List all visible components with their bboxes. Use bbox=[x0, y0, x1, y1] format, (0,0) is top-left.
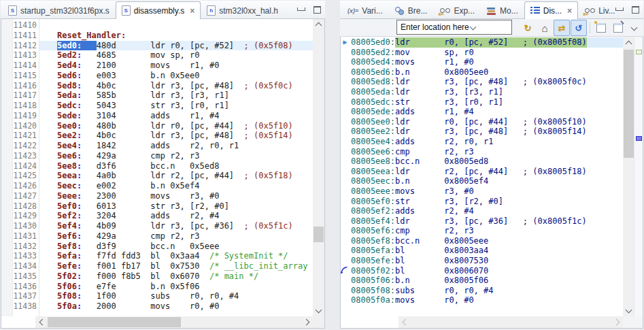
disasm-row[interactable]: 08005f0a:movsr0, #0 bbox=[341, 295, 623, 306]
scroll-up-button[interactable] bbox=[623, 37, 634, 48]
asm-line[interactable]: 114265eec:e002b.n 0x5ef4 bbox=[1, 181, 313, 191]
asm-line[interactable]: 114235ee6:429acmp r2, r3 bbox=[1, 151, 313, 161]
disasm-gutter[interactable] bbox=[341, 276, 351, 286]
disasm-gutter[interactable] bbox=[341, 197, 351, 207]
asm-line[interactable]: 114345efe:f001 fb17bl 0x7530/* __libc_in… bbox=[1, 261, 313, 271]
scroll-left-button[interactable] bbox=[35, 316, 47, 328]
line-number[interactable]: 11422 bbox=[12, 141, 37, 151]
disasm-row[interactable]: 08005f06:b.n0x8005f06 bbox=[341, 276, 623, 286]
asm-line[interactable]: 114305ef4:4b09ldr r3, [pc, #36]; (0x5f1c… bbox=[1, 221, 313, 231]
line-number[interactable]: 11432 bbox=[12, 242, 37, 252]
tab-startup-asm[interactable]: S startup_stm32l031f6px.s bbox=[2, 2, 116, 18]
disasm-row[interactable]: 08005f08:subsr0, r0, #4 bbox=[341, 286, 623, 296]
pin-view-button[interactable] bbox=[610, 20, 626, 36]
disasm-row[interactable]: 08005eea:ldrr2, [pc, #44]; (0x8005f18) bbox=[341, 167, 623, 177]
asm-line[interactable]: 114125ed0:480dldr r0, [pc, #52]; (0x5f08… bbox=[1, 41, 313, 51]
horizontal-scrollbar[interactable] bbox=[399, 316, 623, 328]
current-ip-marker[interactable] bbox=[636, 50, 642, 54]
disasm-gutter[interactable] bbox=[341, 236, 351, 246]
disasm-row[interactable]: 08005ef8:bcc.n0x8005eee bbox=[341, 236, 623, 246]
disasm-row[interactable]: 08005ed6:b.n0x8005ee0 bbox=[341, 67, 623, 78]
disasm-row[interactable]: 08005ede:addsr1, #4 bbox=[341, 107, 623, 117]
asm-line[interactable]: 114315ef6:429acmp r2, r3 bbox=[1, 231, 313, 242]
close-icon[interactable]: × bbox=[567, 6, 572, 16]
asm-line[interactable]: 114215ee2:4b0cldr r3, [pc, #48]; (0x5f14… bbox=[1, 131, 313, 141]
asm-line[interactable]: 114355f02:f000 f8b5bl 0x6070/* main */ bbox=[1, 271, 313, 282]
scroll-left-button[interactable] bbox=[399, 316, 410, 328]
line-number[interactable]: 11415 bbox=[12, 71, 37, 81]
disasm-row[interactable]: 08005ef0:strr3, [r2, #0] bbox=[341, 197, 623, 207]
line-number[interactable]: 11423 bbox=[12, 151, 37, 161]
line-number[interactable]: 11412 bbox=[12, 41, 37, 51]
disasm-gutter[interactable] bbox=[341, 107, 351, 117]
disasm-gutter[interactable] bbox=[341, 295, 351, 306]
scroll-down-button[interactable] bbox=[623, 305, 634, 316]
follow-execution-button[interactable]: ⇄ bbox=[554, 20, 570, 36]
line-number[interactable]: 11411 bbox=[12, 31, 37, 41]
asm-line[interactable]: 114245ee8:d3f6bcc.n 0x5ed8 bbox=[1, 161, 313, 171]
disasm-row[interactable]: 08005eda:ldrr3, [r3, r1] bbox=[341, 87, 623, 97]
vertical-scrollbar[interactable] bbox=[623, 37, 634, 316]
minimize-icon[interactable] bbox=[615, 7, 624, 11]
tab-expressions[interactable]: x= Exp... bbox=[433, 2, 481, 18]
sync-context-button[interactable]: ↺ bbox=[571, 20, 587, 36]
disasm-row[interactable]: 08005ed2:movsp, r0 bbox=[341, 48, 623, 58]
view-menu-button[interactable] bbox=[627, 20, 641, 36]
asm-line[interactable]: 11411Reset_Handler: bbox=[1, 31, 313, 41]
disasm-gutter[interactable] bbox=[341, 87, 351, 97]
asm-line[interactable]: 114375f08:1f00subs r0, r0, #4 bbox=[1, 291, 313, 301]
disasm-row[interactable]: 08005ed4:movsr1, #0 bbox=[341, 57, 623, 67]
asm-line[interactable]: 11410 bbox=[1, 20, 313, 31]
disassembly-rows[interactable]: ►08005ed0:ldrr0, [pc, #52]; (0x8005f08)0… bbox=[341, 37, 623, 316]
tab-variables[interactable]: (x)= Vari... bbox=[341, 2, 389, 18]
scrollbar-thumb[interactable] bbox=[624, 50, 634, 158]
disassembly-content[interactable]: ►08005ed0:ldrr0, [pc, #52]; (0x8005f08)0… bbox=[340, 36, 643, 329]
tab-disassembly-view[interactable]: Dis... × bbox=[524, 1, 578, 19]
line-number[interactable]: 11429 bbox=[12, 211, 37, 221]
line-number[interactable]: 11421 bbox=[12, 131, 37, 141]
disasm-gutter[interactable] bbox=[341, 266, 351, 276]
combo-dropdown-icon[interactable] bbox=[467, 20, 479, 35]
disasm-gutter[interactable] bbox=[341, 186, 351, 197]
scrollbar-thumb[interactable] bbox=[313, 227, 324, 242]
address-marker-icon[interactable] bbox=[341, 266, 348, 277]
asm-line[interactable]: 114175eda:585bldr r3, [r3, r1] bbox=[1, 90, 313, 101]
disasm-gutter[interactable]: ► bbox=[341, 37, 351, 48]
maximize-icon[interactable] bbox=[632, 6, 639, 14]
asm-line[interactable]: 114325ef8:d3f9bcc.n 0x5eee bbox=[1, 242, 313, 252]
line-number[interactable]: 11425 bbox=[12, 171, 37, 181]
asm-line[interactable]: 114135ed2:4685mov sp, r0 bbox=[1, 50, 313, 61]
pane-sash[interactable] bbox=[325, 0, 340, 330]
line-number[interactable]: 11416 bbox=[12, 81, 37, 91]
line-number[interactable]: 11417 bbox=[12, 90, 37, 101]
line-number[interactable]: 11413 bbox=[12, 50, 37, 61]
assembly-editor[interactable]: 1141011411Reset_Handler:114125ed0:480dld… bbox=[1, 18, 325, 329]
refresh-view-button[interactable]: ↻ bbox=[520, 20, 536, 36]
disasm-gutter[interactable] bbox=[341, 137, 351, 147]
asm-line[interactable]: 114225ee4:1842adds r2, r0, r1 bbox=[1, 141, 313, 151]
disasm-row[interactable]: 08005ef4:ldrr3, [pc, #36]; (0x8005f1c) bbox=[341, 216, 623, 227]
assembly-code-area[interactable]: 1141011411Reset_Handler:114125ed0:480dld… bbox=[1, 20, 313, 316]
disasm-gutter[interactable] bbox=[341, 57, 351, 67]
line-number[interactable]: 11434 bbox=[12, 261, 37, 271]
disasm-gutter[interactable] bbox=[341, 176, 351, 186]
disasm-row[interactable]: 08005ee0:ldrr0, [pc, #44]; (0x8005f10) bbox=[341, 117, 623, 127]
disasm-row[interactable]: 08005ee2:ldrr3, [pc, #48]; (0x8005f14) bbox=[341, 127, 623, 137]
disasm-row[interactable]: 08005ee4:addsr2, r0, r1 bbox=[341, 137, 623, 147]
asm-line[interactable]: 114365f06:e7feb.n 0x5f06 bbox=[1, 282, 313, 292]
disasm-row[interactable]: 08005eec:b.n0x8005ef4 bbox=[341, 176, 623, 186]
disasm-gutter[interactable] bbox=[341, 48, 351, 58]
line-number[interactable]: 11414 bbox=[12, 61, 37, 71]
line-number[interactable]: 11433 bbox=[12, 251, 37, 261]
disasm-row[interactable]: 08005ed8:ldrr3, [pc, #48]; (0x8005f0c) bbox=[341, 77, 623, 87]
minimize-icon[interactable] bbox=[297, 7, 305, 11]
disasm-gutter[interactable] bbox=[341, 156, 351, 167]
disasm-gutter[interactable] bbox=[341, 97, 351, 108]
line-number[interactable]: 11420 bbox=[12, 121, 37, 131]
asm-line[interactable]: 114145ed4:2100movs r1, #0 bbox=[1, 61, 313, 71]
disasm-gutter[interactable] bbox=[341, 127, 351, 137]
asm-line[interactable]: 114255eea:4a0bldr r2, [pc, #44]; (0x5f18… bbox=[1, 171, 313, 181]
disasm-gutter[interactable] bbox=[341, 77, 351, 87]
scrollbar-thumb[interactable] bbox=[48, 317, 181, 327]
disasm-row[interactable]: 08005ee8:bcc.n0x8005ed8 bbox=[341, 156, 623, 167]
